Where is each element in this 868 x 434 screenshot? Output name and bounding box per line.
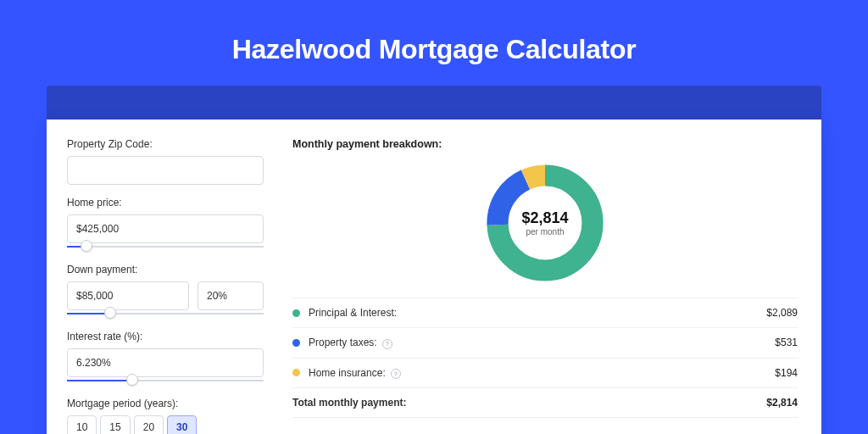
breakdown-title: Monthly payment breakdown: [292,138,798,150]
total-value: $2,814 [766,397,798,409]
legend: Principal & Interest: $2,089 Property ta… [292,298,798,418]
legend-label: Principal & Interest: [309,307,397,319]
legend-row-taxes: Property taxes:? $531 [292,328,798,359]
breakdown-panel: Monthly payment breakdown: $2,814 per mo… [284,120,821,434]
down-payment-slider[interactable] [67,309,264,319]
calculator-card: Property Zip Code: Home price: Down paym… [47,120,821,434]
header-stripe [47,86,821,120]
legend-value: $2,089 [766,307,798,319]
period-pill-10[interactable]: 10 [67,415,97,434]
legend-row-insurance: Home insurance:? $194 [292,359,798,389]
zip-label: Property Zip Code: [67,138,264,150]
legend-value: $531 [775,337,798,348]
down-payment-pct-input[interactable] [198,281,264,310]
interest-label: Interest rate (%): [67,331,264,342]
period-label: Mortgage period (years): [67,398,264,409]
donut-amount: $2,814 [521,209,568,227]
down-payment-label: Down payment: [67,264,264,275]
legend-label: Home insurance: [309,367,386,379]
dot-icon [292,369,300,376]
interest-slider[interactable] [67,376,264,386]
info-icon[interactable]: ? [391,369,401,379]
period-pills: 10 15 20 30 [67,415,264,434]
legend-value: $194 [775,367,798,379]
home-price-slider[interactable] [67,242,264,252]
legend-row-principal: Principal & Interest: $2,089 [292,298,798,328]
donut-chart: $2,814 per month [486,164,604,282]
interest-input[interactable] [67,348,264,377]
home-price-label: Home price: [67,197,264,209]
period-pill-20[interactable]: 20 [134,415,164,434]
inputs-panel: Property Zip Code: Home price: Down paym… [47,120,284,434]
dot-icon [292,309,300,317]
zip-input[interactable] [67,156,264,185]
donut-sub: per month [526,227,564,236]
legend-label: Property taxes: [309,337,377,348]
total-label: Total monthly payment: [292,397,766,409]
down-payment-input[interactable] [67,281,189,310]
legend-row-total: Total monthly payment: $2,814 [292,388,798,418]
period-pill-30[interactable]: 30 [167,415,197,434]
period-pill-15[interactable]: 15 [100,415,130,434]
dot-icon [292,339,300,347]
info-icon[interactable]: ? [382,339,392,349]
page-title: Hazelwood Mortgage Calculator [0,34,868,65]
home-price-input[interactable] [67,214,264,243]
